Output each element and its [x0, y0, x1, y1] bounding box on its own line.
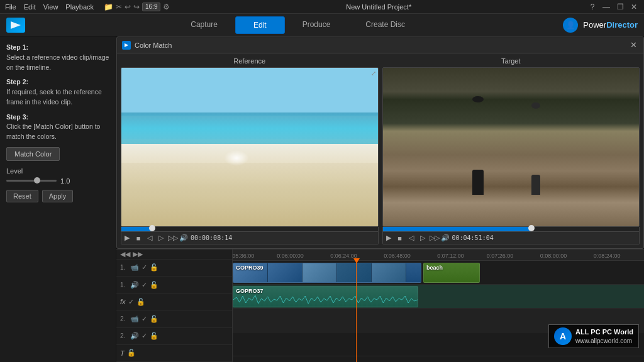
track2-check[interactable]: ✓	[142, 315, 147, 323]
toolbar-icon-6[interactable]: ⚙	[163, 3, 170, 11]
ref-audio-btn[interactable]: 🔊	[179, 234, 188, 242]
text-lock[interactable]: 🔓	[127, 349, 136, 357]
ref-prev-btn[interactable]: ◁	[145, 234, 154, 242]
ref-stop-btn[interactable]: ■	[134, 234, 143, 242]
ruler-mark-8: 0:08:24:00	[594, 253, 621, 259]
ref-play-btn[interactable]: ▶	[123, 234, 131, 242]
apply-button[interactable]: Apply	[42, 190, 74, 202]
maximize-btn[interactable]: ❐	[615, 3, 625, 11]
track2-audio-check[interactable]: ✓	[142, 332, 147, 340]
ruler-mark-6: 0:07:26:00	[487, 253, 514, 259]
tl-track1-audio: GOPRO37	[233, 285, 644, 309]
tab-produce[interactable]: Produce	[285, 16, 348, 34]
tl-track1-audio-label: 1. 🔊 ✓ 🔓	[116, 277, 232, 293]
toolbar-icon-5[interactable]: 16:9	[142, 3, 160, 11]
tl-track2-audio	[233, 356, 644, 362]
waveform	[233, 294, 418, 305]
step1: Step 1: Select a reference video clip/im…	[6, 43, 109, 72]
track1-audio-icon[interactable]: 🔊	[130, 281, 139, 289]
dialog-close-button[interactable]: ✕	[628, 40, 638, 50]
level-slider[interactable]	[6, 180, 57, 182]
toolbar-icon-4[interactable]: ↪	[133, 3, 140, 11]
tl-zoom-in[interactable]: ▶▶	[133, 250, 143, 258]
left-panel: Step 1: Select a reference video clip/im…	[0, 36, 116, 362]
menu-bar: File Edit View Playback 📁 ✂ ↩ ↪ 16:9 ⚙ N…	[0, 0, 644, 14]
toolbar-icon-3[interactable]: ↩	[125, 3, 131, 11]
target-skip-fwd-btn[interactable]: ▷▷	[430, 234, 438, 242]
step2: Step 2: If required, seek to the referen…	[6, 77, 109, 107]
track1-lock[interactable]: 🔓	[150, 263, 158, 272]
tl-text-track-label: T 🔓	[116, 345, 232, 362]
clip-beach-label: beach	[426, 265, 443, 271]
window-controls: ? — ❐ ✕	[587, 3, 639, 11]
target-timecode: 00:04:51:04	[452, 234, 494, 241]
level-label: Level	[6, 167, 109, 175]
track1-check[interactable]: ✓	[142, 263, 147, 272]
toolbar-icon-2[interactable]: ✂	[116, 3, 122, 11]
watermark: A ALL PC PC World www.allpcworld.com	[548, 324, 639, 348]
app-title: New Untitled Project*	[177, 3, 580, 11]
target-video-controls: ▶ ■ ◁ ▷ ▷▷ 🔊 00:04:51:04	[382, 232, 640, 244]
target-play-btn[interactable]: ▶	[384, 234, 393, 242]
target-stop-btn[interactable]: ■	[396, 234, 404, 242]
view-menu[interactable]: View	[43, 3, 58, 11]
track1-num: 1.	[120, 264, 128, 271]
expand-icon[interactable]: ⤢	[371, 70, 376, 77]
tab-capture[interactable]: Capture	[173, 16, 235, 34]
track1-audio-lock[interactable]: 🔓	[150, 281, 158, 289]
minimize-btn[interactable]: —	[601, 3, 611, 11]
user-avatar[interactable]: 👤	[563, 18, 578, 33]
playback-menu[interactable]: Playback	[65, 3, 94, 11]
track1-video-icon[interactable]: 📹	[130, 263, 139, 272]
match-color-button[interactable]: Match Color	[6, 147, 60, 161]
slider-row: 1.0	[6, 177, 109, 185]
close-btn[interactable]: ✕	[629, 3, 639, 11]
ruler-mark-7: 0:08:00:00	[540, 253, 567, 259]
tab-create-disc[interactable]: Create Disc	[348, 16, 423, 34]
ref-next-btn[interactable]: ▷	[157, 234, 165, 242]
track2-audio-icon[interactable]: 🔊	[130, 332, 139, 340]
track2-lock[interactable]: 🔓	[150, 315, 158, 323]
timeline-controls: ◀◀ ▶▶ 1. 📹 ✓ 🔓 1. 🔊 ✓ 🔓	[116, 250, 233, 362]
fx-row: fx ✓ 🔓	[116, 293, 232, 310]
help-btn[interactable]: ?	[587, 3, 597, 11]
target-prev-btn[interactable]: ◁	[407, 234, 416, 242]
tl-clip-audio-gopro37[interactable]: GOPRO37	[233, 286, 418, 307]
fx-check[interactable]: ✓	[128, 298, 134, 306]
playhead[interactable]	[356, 261, 357, 362]
dialog-icon: ▶	[122, 41, 131, 50]
color-match-dialog: ▶ Color Match ✕ Reference ⤢	[116, 36, 644, 249]
tl-track2-audio-label: 2. 🔊 ✓ 🔓	[116, 328, 232, 345]
edit-menu[interactable]: Edit	[24, 3, 36, 11]
target-preview	[382, 67, 640, 227]
tl-track1-video: GOPRO39 beach	[233, 261, 644, 285]
reset-button[interactable]: Reset	[6, 190, 38, 202]
reference-panel: Reference ⤢	[121, 57, 379, 244]
dialog-titlebar: ▶ Color Match ✕	[117, 37, 643, 53]
toolbar-icon-1[interactable]: 📁	[104, 3, 113, 11]
ref-seekbar[interactable]	[121, 227, 379, 232]
track2-video-icon[interactable]: 📹	[130, 315, 139, 323]
fx-lock[interactable]: 🔓	[136, 298, 145, 306]
target-panel: Target	[382, 57, 640, 244]
track1-audio-check[interactable]: ✓	[142, 281, 147, 289]
track2-audio-num: 2.	[120, 332, 128, 339]
target-next-btn[interactable]: ▷	[418, 234, 427, 242]
file-menu[interactable]: File	[5, 3, 16, 11]
tl-clip-gopro39[interactable]: GOPRO39	[233, 263, 421, 283]
ruler-mark-1: 0:05:36:00	[233, 253, 254, 259]
target-seekbar[interactable]	[382, 227, 640, 232]
track2-audio-lock[interactable]: 🔓	[150, 332, 158, 340]
ref-skip-fwd-btn[interactable]: ▷▷	[168, 234, 177, 242]
dialog-body: Reference ⤢	[117, 53, 643, 248]
reference-video-bg	[121, 68, 378, 226]
nav-tabs: Capture Edit Produce Create Disc	[33, 16, 563, 34]
tab-edit[interactable]: Edit	[235, 16, 285, 34]
tl-zoom-out[interactable]: ◀◀	[120, 250, 130, 258]
svg-marker-0	[11, 21, 21, 29]
target-video-bg	[383, 68, 640, 226]
clip-gopro39-label: GOPRO39	[236, 265, 264, 271]
tl-clip-beach[interactable]: beach	[423, 263, 480, 283]
target-label: Target	[382, 57, 640, 65]
target-audio-btn[interactable]: 🔊	[441, 234, 450, 242]
